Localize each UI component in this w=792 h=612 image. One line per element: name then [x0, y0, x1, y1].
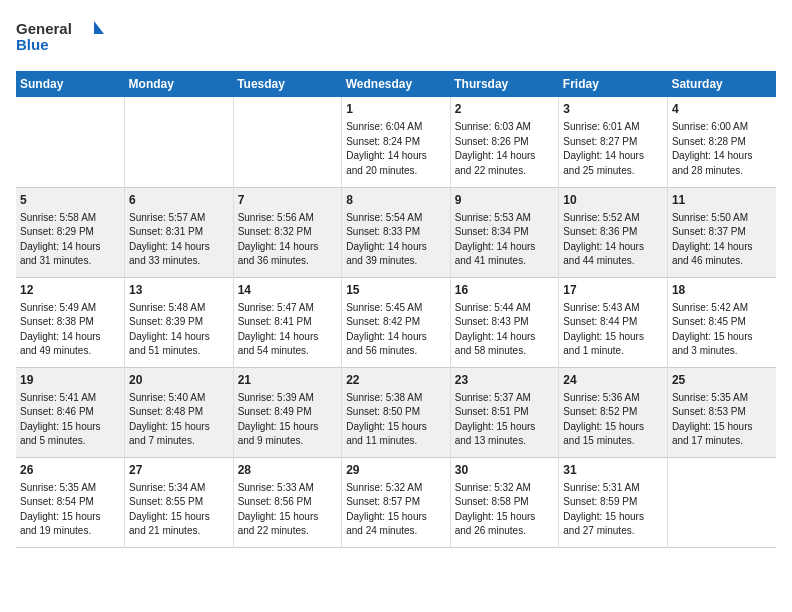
- calendar-cell: 29Sunrise: 5:32 AM Sunset: 8:57 PM Dayli…: [342, 457, 451, 547]
- day-info: Sunrise: 5:32 AM Sunset: 8:58 PM Dayligh…: [455, 481, 555, 539]
- day-info: Sunrise: 5:47 AM Sunset: 8:41 PM Dayligh…: [238, 301, 338, 359]
- day-info: Sunrise: 5:45 AM Sunset: 8:42 PM Dayligh…: [346, 301, 446, 359]
- day-number: 9: [455, 192, 555, 209]
- day-info: Sunrise: 5:48 AM Sunset: 8:39 PM Dayligh…: [129, 301, 229, 359]
- day-info: Sunrise: 6:00 AM Sunset: 8:28 PM Dayligh…: [672, 120, 772, 178]
- day-info: Sunrise: 5:57 AM Sunset: 8:31 PM Dayligh…: [129, 211, 229, 269]
- calendar-cell: 3Sunrise: 6:01 AM Sunset: 8:27 PM Daylig…: [559, 97, 668, 187]
- logo-svg: General Blue: [16, 16, 106, 61]
- week-row-4: 19Sunrise: 5:41 AM Sunset: 8:46 PM Dayli…: [16, 367, 776, 457]
- day-info: Sunrise: 5:43 AM Sunset: 8:44 PM Dayligh…: [563, 301, 663, 359]
- day-info: Sunrise: 5:58 AM Sunset: 8:29 PM Dayligh…: [20, 211, 120, 269]
- week-row-3: 12Sunrise: 5:49 AM Sunset: 8:38 PM Dayli…: [16, 277, 776, 367]
- day-number: 14: [238, 282, 338, 299]
- svg-text:Blue: Blue: [16, 36, 49, 53]
- day-number: 31: [563, 462, 663, 479]
- day-info: Sunrise: 5:31 AM Sunset: 8:59 PM Dayligh…: [563, 481, 663, 539]
- day-number: 12: [20, 282, 120, 299]
- day-number: 15: [346, 282, 446, 299]
- calendar-cell: 4Sunrise: 6:00 AM Sunset: 8:28 PM Daylig…: [667, 97, 776, 187]
- calendar-cell: 21Sunrise: 5:39 AM Sunset: 8:49 PM Dayli…: [233, 367, 342, 457]
- calendar-cell: 2Sunrise: 6:03 AM Sunset: 8:26 PM Daylig…: [450, 97, 559, 187]
- calendar-cell: 31Sunrise: 5:31 AM Sunset: 8:59 PM Dayli…: [559, 457, 668, 547]
- calendar-cell: 5Sunrise: 5:58 AM Sunset: 8:29 PM Daylig…: [16, 187, 125, 277]
- day-info: Sunrise: 5:44 AM Sunset: 8:43 PM Dayligh…: [455, 301, 555, 359]
- calendar-cell: [667, 457, 776, 547]
- day-number: 6: [129, 192, 229, 209]
- week-row-2: 5Sunrise: 5:58 AM Sunset: 8:29 PM Daylig…: [16, 187, 776, 277]
- day-info: Sunrise: 5:38 AM Sunset: 8:50 PM Dayligh…: [346, 391, 446, 449]
- calendar-cell: 26Sunrise: 5:35 AM Sunset: 8:54 PM Dayli…: [16, 457, 125, 547]
- calendar-cell: 9Sunrise: 5:53 AM Sunset: 8:34 PM Daylig…: [450, 187, 559, 277]
- day-info: Sunrise: 5:42 AM Sunset: 8:45 PM Dayligh…: [672, 301, 772, 359]
- day-number: 13: [129, 282, 229, 299]
- day-number: 7: [238, 192, 338, 209]
- calendar-cell: 19Sunrise: 5:41 AM Sunset: 8:46 PM Dayli…: [16, 367, 125, 457]
- logo: General Blue: [16, 16, 106, 61]
- col-header-friday: Friday: [559, 71, 668, 97]
- calendar-cell: 23Sunrise: 5:37 AM Sunset: 8:51 PM Dayli…: [450, 367, 559, 457]
- calendar-cell: 8Sunrise: 5:54 AM Sunset: 8:33 PM Daylig…: [342, 187, 451, 277]
- day-number: 17: [563, 282, 663, 299]
- svg-marker-2: [94, 21, 104, 34]
- col-header-tuesday: Tuesday: [233, 71, 342, 97]
- calendar-cell: [233, 97, 342, 187]
- day-info: Sunrise: 5:50 AM Sunset: 8:37 PM Dayligh…: [672, 211, 772, 269]
- day-number: 28: [238, 462, 338, 479]
- day-info: Sunrise: 5:33 AM Sunset: 8:56 PM Dayligh…: [238, 481, 338, 539]
- day-info: Sunrise: 5:37 AM Sunset: 8:51 PM Dayligh…: [455, 391, 555, 449]
- calendar-cell: 13Sunrise: 5:48 AM Sunset: 8:39 PM Dayli…: [125, 277, 234, 367]
- day-info: Sunrise: 5:32 AM Sunset: 8:57 PM Dayligh…: [346, 481, 446, 539]
- day-number: 11: [672, 192, 772, 209]
- day-info: Sunrise: 5:49 AM Sunset: 8:38 PM Dayligh…: [20, 301, 120, 359]
- calendar-cell: [16, 97, 125, 187]
- calendar-cell: 14Sunrise: 5:47 AM Sunset: 8:41 PM Dayli…: [233, 277, 342, 367]
- header: General Blue: [16, 16, 776, 61]
- svg-text:General: General: [16, 20, 72, 37]
- day-info: Sunrise: 6:03 AM Sunset: 8:26 PM Dayligh…: [455, 120, 555, 178]
- col-header-wednesday: Wednesday: [342, 71, 451, 97]
- calendar-cell: 7Sunrise: 5:56 AM Sunset: 8:32 PM Daylig…: [233, 187, 342, 277]
- week-row-5: 26Sunrise: 5:35 AM Sunset: 8:54 PM Dayli…: [16, 457, 776, 547]
- day-info: Sunrise: 5:35 AM Sunset: 8:53 PM Dayligh…: [672, 391, 772, 449]
- calendar-cell: 20Sunrise: 5:40 AM Sunset: 8:48 PM Dayli…: [125, 367, 234, 457]
- day-info: Sunrise: 5:56 AM Sunset: 8:32 PM Dayligh…: [238, 211, 338, 269]
- day-number: 19: [20, 372, 120, 389]
- calendar-cell: 15Sunrise: 5:45 AM Sunset: 8:42 PM Dayli…: [342, 277, 451, 367]
- day-info: Sunrise: 5:35 AM Sunset: 8:54 PM Dayligh…: [20, 481, 120, 539]
- day-number: 29: [346, 462, 446, 479]
- calendar-cell: 25Sunrise: 5:35 AM Sunset: 8:53 PM Dayli…: [667, 367, 776, 457]
- day-number: 4: [672, 101, 772, 118]
- calendar-cell: 30Sunrise: 5:32 AM Sunset: 8:58 PM Dayli…: [450, 457, 559, 547]
- calendar-cell: 1Sunrise: 6:04 AM Sunset: 8:24 PM Daylig…: [342, 97, 451, 187]
- calendar-cell: 6Sunrise: 5:57 AM Sunset: 8:31 PM Daylig…: [125, 187, 234, 277]
- calendar-cell: 10Sunrise: 5:52 AM Sunset: 8:36 PM Dayli…: [559, 187, 668, 277]
- day-info: Sunrise: 5:53 AM Sunset: 8:34 PM Dayligh…: [455, 211, 555, 269]
- day-info: Sunrise: 6:01 AM Sunset: 8:27 PM Dayligh…: [563, 120, 663, 178]
- day-number: 8: [346, 192, 446, 209]
- col-header-monday: Monday: [125, 71, 234, 97]
- day-number: 23: [455, 372, 555, 389]
- day-info: Sunrise: 5:54 AM Sunset: 8:33 PM Dayligh…: [346, 211, 446, 269]
- day-info: Sunrise: 5:36 AM Sunset: 8:52 PM Dayligh…: [563, 391, 663, 449]
- calendar-cell: 24Sunrise: 5:36 AM Sunset: 8:52 PM Dayli…: [559, 367, 668, 457]
- day-info: Sunrise: 5:41 AM Sunset: 8:46 PM Dayligh…: [20, 391, 120, 449]
- calendar-cell: [125, 97, 234, 187]
- calendar-table: SundayMondayTuesdayWednesdayThursdayFrid…: [16, 71, 776, 548]
- col-header-sunday: Sunday: [16, 71, 125, 97]
- day-info: Sunrise: 5:40 AM Sunset: 8:48 PM Dayligh…: [129, 391, 229, 449]
- day-number: 20: [129, 372, 229, 389]
- col-header-thursday: Thursday: [450, 71, 559, 97]
- day-number: 30: [455, 462, 555, 479]
- day-number: 24: [563, 372, 663, 389]
- day-number: 5: [20, 192, 120, 209]
- day-number: 18: [672, 282, 772, 299]
- calendar-cell: 16Sunrise: 5:44 AM Sunset: 8:43 PM Dayli…: [450, 277, 559, 367]
- calendar-cell: 17Sunrise: 5:43 AM Sunset: 8:44 PM Dayli…: [559, 277, 668, 367]
- day-number: 26: [20, 462, 120, 479]
- calendar-cell: 28Sunrise: 5:33 AM Sunset: 8:56 PM Dayli…: [233, 457, 342, 547]
- day-number: 10: [563, 192, 663, 209]
- day-number: 1: [346, 101, 446, 118]
- day-info: Sunrise: 6:04 AM Sunset: 8:24 PM Dayligh…: [346, 120, 446, 178]
- header-row: SundayMondayTuesdayWednesdayThursdayFrid…: [16, 71, 776, 97]
